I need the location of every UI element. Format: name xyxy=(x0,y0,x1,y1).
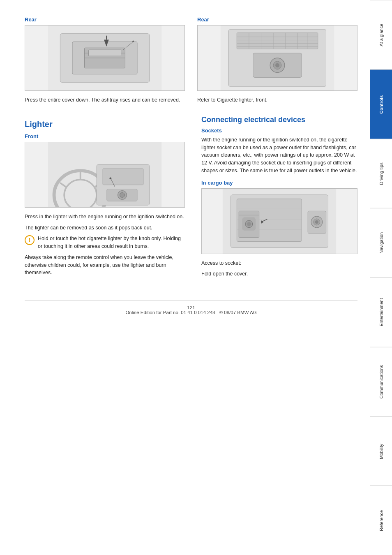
main-content: Rear xyxy=(0,0,370,555)
right-rear-section: Rear xyxy=(197,16,357,107)
left-rear-label: Rear xyxy=(25,16,185,23)
cargo-text2: Fold open the cover. xyxy=(201,270,357,278)
left-rear-section: Rear xyxy=(25,16,185,107)
sidebar: At a glance Controls Driving tips Naviga… xyxy=(370,0,392,555)
top-two-col: Rear xyxy=(25,16,357,107)
front-label: Front xyxy=(25,133,185,139)
sockets-label: Sockets xyxy=(201,127,357,134)
edition-text: Online Edition for Part no. 01 41 0 014 … xyxy=(125,310,256,315)
svg-point-27 xyxy=(275,63,279,67)
lighter-title: Lighter xyxy=(25,120,185,129)
cargo-label: In cargo bay xyxy=(201,180,357,186)
cargo-text1: Access to socket: xyxy=(201,259,357,267)
svg-point-10 xyxy=(132,41,134,42)
svg-point-51 xyxy=(247,222,251,226)
front-text2: The lighter can be removed as soon as it… xyxy=(25,224,185,232)
rear-ashtray-text: Press the entire cover down. The ashtray… xyxy=(25,96,185,104)
warning-icon: ! xyxy=(25,235,35,245)
connecting-title: Connecting electrical devices xyxy=(201,116,357,124)
rear-lighter-text: Refer to Cigarette lighter, front. xyxy=(197,96,357,104)
sockets-text: With the engine running or the ignition … xyxy=(201,136,357,175)
sidebar-tab-reference[interactable]: Reference xyxy=(370,486,392,555)
sidebar-tab-navigation[interactable]: Navigation xyxy=(370,208,392,278)
always-text: Always take along the remote control whe… xyxy=(25,254,185,277)
front-text1: Press in the lighter with the engine run… xyxy=(25,213,185,221)
svg-rect-6 xyxy=(89,50,121,56)
rear-lighter-diagram xyxy=(197,25,357,91)
sidebar-tab-entertainment[interactable]: Entertainment xyxy=(370,278,392,347)
main-two-col: Lighter Front xyxy=(25,116,357,284)
connecting-section: Connecting electrical devices Sockets Wi… xyxy=(197,116,357,284)
warning-text: Hold or touch the hot cigarette lighter … xyxy=(38,235,185,250)
svg-point-57 xyxy=(315,220,318,224)
page-number: 121 xyxy=(187,305,195,310)
sidebar-tab-at-a-glance[interactable]: At a glance xyxy=(370,0,392,69)
sidebar-tab-controls[interactable]: Controls xyxy=(370,69,392,139)
cargo-diagram xyxy=(201,188,357,254)
front-lighter-diagram xyxy=(25,142,185,208)
footer: 121 Online Edition for Part no. 01 41 0 … xyxy=(25,301,357,315)
lighter-section: Lighter Front xyxy=(25,120,185,280)
svg-point-38 xyxy=(120,192,125,197)
rear-ashtray-diagram xyxy=(25,25,185,91)
sidebar-tab-driving-tips[interactable]: Driving tips xyxy=(370,139,392,208)
svg-rect-35 xyxy=(103,169,143,185)
right-rear-label: Rear xyxy=(197,16,357,23)
svg-point-40 xyxy=(109,177,111,179)
sidebar-tab-communications[interactable]: Communications xyxy=(370,347,392,416)
sidebar-tab-mobility[interactable]: Mobility xyxy=(370,416,392,486)
warning-box: ! Hold or touch the hot cigarette lighte… xyxy=(25,235,185,250)
